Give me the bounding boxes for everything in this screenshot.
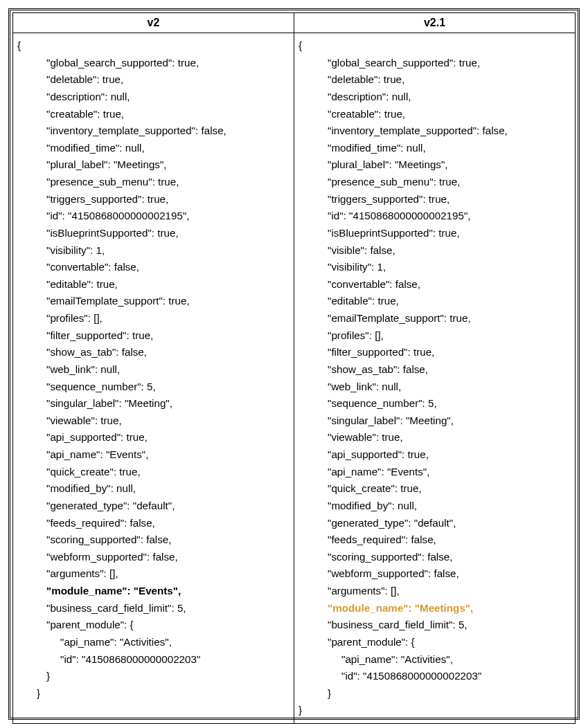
code-line: "parent_module": { <box>17 617 289 634</box>
cell-v2: {"global_search_supported": true,"deleta… <box>13 33 294 724</box>
code-line: "sequence_number": 5, <box>17 379 289 396</box>
code-line: "business_card_field_limit": 5, <box>299 617 571 634</box>
code-line: "webform_supported": false, <box>17 549 289 566</box>
code-line: "global_search_supported": true, <box>299 55 571 72</box>
code-line: "id": "4150868000000002203" <box>299 668 571 685</box>
code-line: "api_supported": true, <box>17 429 289 446</box>
code-line: "module_name": "Events", <box>17 583 289 600</box>
code-line: "web_link": null, <box>17 361 289 379</box>
code-line: "visibility": 1, <box>17 242 289 260</box>
code-line: "editable": true, <box>17 276 289 293</box>
code-line: "api_name": "Activities", <box>299 651 571 668</box>
code-line: { <box>17 37 289 55</box>
code-line: "convertable": false, <box>17 259 289 276</box>
code-line: "emailTemplate_support": true, <box>17 293 289 310</box>
code-line: "plural_label": "Meetings", <box>299 156 571 174</box>
code-line: "editable": true, <box>299 293 571 310</box>
code-line: } <box>299 685 571 702</box>
code-line: } <box>299 702 571 719</box>
code-line: "global_search_supported": true, <box>17 55 289 72</box>
code-line: "api_name": "Events", <box>299 464 571 481</box>
code-line: "isBlueprintSupported": true, <box>17 225 289 242</box>
code-line: "generated_type": "default", <box>17 498 289 515</box>
code-line: "inventory_template_supported": false, <box>17 122 289 140</box>
code-line: "triggers_supported": true, <box>299 191 571 208</box>
code-line: "business_card_field_limit": 5, <box>17 600 289 617</box>
comparison-table: v2 v2.1 {"global_search_supported": true… <box>12 12 576 724</box>
code-line: "plural_label": "Meetings", <box>17 156 289 174</box>
code-line: "quick_create": true, <box>299 480 571 498</box>
code-line: "presence_sub_menu": true, <box>299 174 571 191</box>
code-line: "modified_by": null, <box>299 498 571 515</box>
code-line: "sequence_number": 5, <box>299 395 571 412</box>
code-line: "scoring_supported": false, <box>299 549 571 566</box>
code-line: "triggers_supported": true, <box>17 191 289 208</box>
code-line: } <box>17 668 289 685</box>
code-line: "id": "4150868000000002195", <box>17 208 289 225</box>
code-line: "visible": false, <box>299 242 571 260</box>
code-line: "creatable": true, <box>17 106 289 123</box>
code-line: "api_name": "Activities", <box>17 634 289 651</box>
code-line: "parent_module": { <box>299 634 571 651</box>
code-line: "module_name": "Meetings", <box>299 600 571 617</box>
code-line: "profiles": [], <box>299 327 571 345</box>
code-line: "convertable": false, <box>299 276 571 293</box>
code-line: "profiles": [], <box>17 310 289 327</box>
code-line: "feeds_required": false, <box>299 531 571 549</box>
code-line: { <box>299 37 571 55</box>
code-line: "singular_label": "Meeting", <box>299 412 571 430</box>
code-line: "feeds_required": false, <box>17 515 289 532</box>
code-line: "deletable": true, <box>299 71 571 89</box>
code-line: "generated_type": "default", <box>299 515 571 532</box>
header-v21: v2.1 <box>294 13 576 33</box>
code-line: "description": null, <box>299 89 571 106</box>
code-line: "isBlueprintSupported": true, <box>299 225 571 242</box>
code-line: "modified_time": null, <box>299 140 571 157</box>
code-line: "presence_sub_menu": true, <box>17 174 289 191</box>
code-line: "description": null, <box>17 89 289 106</box>
code-line: "singular_label": "Meeting", <box>17 395 289 412</box>
code-line: "filter_supported": true, <box>17 327 289 345</box>
code-line: "viewable": true, <box>17 412 289 430</box>
code-line: "api_supported": true, <box>299 446 571 464</box>
code-line: "show_as_tab": false, <box>299 361 571 379</box>
code-line: } <box>17 685 289 702</box>
code-line: "emailTemplate_support": true, <box>299 310 571 327</box>
comparison-container: v2 v2.1 {"global_search_supported": true… <box>8 8 580 720</box>
cell-v21: {"global_search_supported": true,"deleta… <box>294 33 576 724</box>
code-line: "deletable": true, <box>17 71 289 89</box>
code-line: "id": "4150868000000002195", <box>299 208 571 225</box>
code-line: "api_name": "Events", <box>17 446 289 464</box>
code-line: "modified_by": null, <box>17 480 289 498</box>
code-line: "web_link": null, <box>299 379 571 396</box>
header-v2: v2 <box>13 13 294 33</box>
code-line: "quick_create": true, <box>17 464 289 481</box>
code-line: "filter_supported": true, <box>299 344 571 361</box>
code-line: "inventory_template_supported": false, <box>299 122 571 140</box>
code-line: "modified_time": null, <box>17 140 289 157</box>
code-line: "id": "4150868000000002203" <box>17 651 289 668</box>
code-line: "show_as_tab": false, <box>17 344 289 361</box>
code-line: "creatable": true, <box>299 106 571 123</box>
code-line: "scoring_supported": false, <box>17 531 289 549</box>
code-line: "arguments": [], <box>299 583 571 600</box>
code-line: "viewable": true, <box>299 429 571 446</box>
code-line: "visibility": 1, <box>299 259 571 276</box>
code-line: "arguments": [], <box>17 565 289 583</box>
code-line: "webform_supported": false, <box>299 565 571 583</box>
